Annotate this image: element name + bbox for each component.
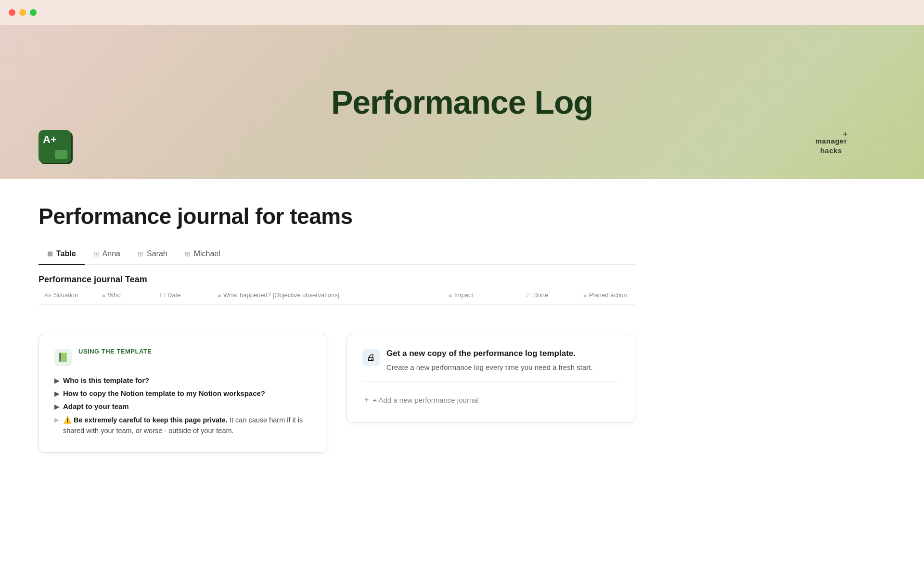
table-icon: ⊞ (47, 250, 53, 258)
tab-michael[interactable]: ⊞ Michael (176, 245, 229, 265)
using-template-card: 📗 USING THE TEMPLATE ▶ Who is this templ… (38, 334, 327, 453)
col-planned-action: ≡ Planed action (578, 289, 654, 301)
tab-table[interactable]: ⊞ Table (38, 245, 85, 265)
hero-title: Performance Log (331, 83, 593, 121)
new-copy-card: 🖨 Get a new copy of the performance log … (346, 334, 635, 423)
copy-icon: 🖨 (362, 349, 380, 366)
anna-table-icon: ⊞ (93, 250, 99, 258)
table-columns: Aa Situation ≡ Who ☐ Date ≡ What happene… (38, 289, 635, 305)
card-right-header: 🖨 Get a new copy of the performance log … (362, 348, 619, 373)
warning-bold: ⚠️ Be extremely careful to keep this pag… (63, 416, 228, 424)
list-item-adapt: ▶ Adapt to your team (54, 400, 311, 413)
list-item-who: ▶ Who is this template for? (54, 374, 311, 387)
tab-anna[interactable]: ⊞ Anna (85, 245, 129, 265)
arrow-icon-2: ▶ (54, 390, 59, 397)
titlebar (0, 0, 924, 25)
add-icon: + (364, 395, 369, 404)
col-situation: Aa Situation (38, 289, 96, 301)
close-button[interactable] (9, 9, 15, 16)
minimize-button[interactable] (19, 9, 26, 16)
table-title: Performance journal Team (38, 275, 635, 285)
tab-sarah[interactable]: ⊞ Sarah (129, 245, 176, 265)
sarah-table-icon: ⊞ (138, 250, 143, 258)
hero-icon: A+ (38, 130, 73, 165)
arrow-icon-4: ▶ (54, 416, 59, 423)
brand-logo: + managerhacks (815, 136, 847, 155)
add-journal-button[interactable]: + + Add a new performance journal (362, 391, 619, 409)
col-what-happened: ≡ What happened? [Objective observations… (212, 289, 443, 301)
section-label: USING THE TEMPLATE (78, 348, 311, 355)
cards-row: 📗 USING THE TEMPLATE ▶ Who is this templ… (38, 334, 635, 453)
table-section: Performance journal Team Aa Situation ≡ … (38, 275, 635, 305)
col-impact: ≡ Impact (443, 289, 520, 301)
hero-banner: Performance Log A+ + managerhacks (0, 25, 924, 179)
arrow-icon-1: ▶ (54, 377, 59, 384)
col-who: ≡ Who (96, 289, 154, 301)
col-date: ☐ Date (154, 289, 212, 301)
card-left-header: 📗 USING THE TEMPLATE (54, 348, 311, 366)
maximize-button[interactable] (30, 9, 37, 16)
main-content: Performance journal for teams ⊞ Table ⊞ … (0, 179, 674, 482)
tabs-bar: ⊞ Table ⊞ Anna ⊞ Sarah ⊞ Michael (38, 245, 635, 265)
template-icon: 📗 (54, 349, 72, 366)
card-right-subtitle: Create a new performance log every time … (386, 362, 619, 373)
list-item-warning: ▶ ⚠️ Be extremely careful to keep this p… (54, 413, 311, 439)
list-item-how: ▶ How to copy the Notion template to my … (54, 387, 311, 400)
michael-table-icon: ⊞ (185, 250, 191, 258)
card-divider (362, 381, 619, 382)
page-title: Performance journal for teams (38, 203, 635, 229)
card-right-title: Get a new copy of the performance log te… (386, 348, 619, 359)
template-bullet-list: ▶ Who is this template for? ▶ How to cop… (54, 374, 311, 439)
arrow-icon-3: ▶ (54, 403, 59, 410)
col-done: ☑ Done (520, 289, 578, 301)
